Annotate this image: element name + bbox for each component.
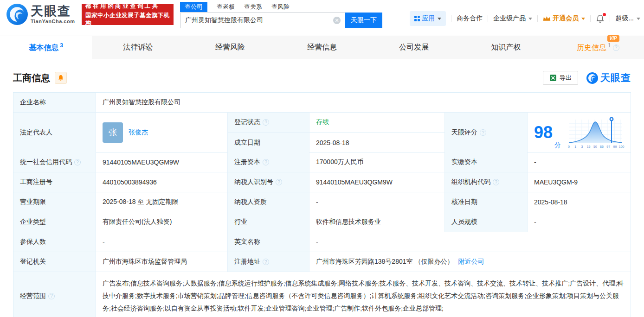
svg-text:99: 99 xyxy=(613,145,617,148)
staff-size-label: 人员规模 xyxy=(445,212,528,232)
search-tab-risk[interactable]: 查风险 xyxy=(271,2,290,12)
help-icon[interactable]: ? xyxy=(263,259,269,265)
logo-domain-text: TianYanCha.com xyxy=(31,19,75,24)
business-info-table: 企业名称 广州灵知智慧控股有限公司 法定代表人 张 张俊杰 登记状态 ? 存续 … xyxy=(13,92,631,317)
tab-basic-info-count: 3 xyxy=(60,42,63,49)
slogan-banner: 都在用的商业查询工具 国家中小企业发展子基金旗下机构 xyxy=(82,4,174,25)
score-axis: 0131550859799100 xyxy=(568,145,624,148)
export-button[interactable]: 导出 xyxy=(543,71,578,85)
legal-rep-link[interactable]: 张俊杰 xyxy=(129,128,148,137)
status-date-subtable: 登记状态 ? 存续 成立日期 2025-08-18 xyxy=(228,113,445,153)
search-tab-company[interactable]: 查公司 xyxy=(180,2,207,12)
search-tabs: 查公司 查老板 查关系 查风险 xyxy=(180,1,382,12)
company-type-label: 企业类型 xyxy=(13,212,96,232)
insured-count-value: - xyxy=(96,232,228,252)
industry-value: 软件和信息技术服务业 xyxy=(309,212,445,232)
slogan-line2: 国家中小企业发展子基金旗下机构 xyxy=(85,12,170,27)
legal-rep-label: 法定代表人 xyxy=(13,113,96,153)
help-icon[interactable]: ? xyxy=(263,159,269,165)
subscribe-bell-button[interactable] xyxy=(55,72,67,84)
table-row: 企业类型 有限责任公司(法人独资) 行业 软件和信息技术服务业 人员规模 - xyxy=(13,212,631,232)
help-icon[interactable]: ? xyxy=(493,179,499,185)
help-icon[interactable]: ? xyxy=(74,159,81,165)
watermark-logo: 天眼查 xyxy=(586,71,631,84)
watermark-logo-text: 天眼查 xyxy=(600,71,631,84)
top-header: 天眼查 TianYanCha.com 都在用的商业查询工具 国家中小企业发展子基… xyxy=(0,0,644,30)
svg-text:85: 85 xyxy=(600,145,604,148)
legal-rep-value: 张 张俊杰 xyxy=(96,113,228,153)
reg-number-value: 440105003894936 xyxy=(96,172,228,192)
tab-company-development[interactable]: 公司发展 xyxy=(368,36,460,59)
score-unit: 分 xyxy=(554,141,561,150)
nav-enterprise-products[interactable]: 企业级产品 xyxy=(493,14,532,23)
tab-intellectual-property[interactable]: 知识产权 xyxy=(460,36,552,59)
tab-legal-litigation[interactable]: 法律诉讼 xyxy=(92,36,184,59)
clear-search-icon[interactable]: ✕ xyxy=(333,17,341,24)
help-icon[interactable]: ? xyxy=(48,293,55,299)
taxpayer-quality-value: - xyxy=(309,192,445,212)
taxpayer-quality-label: 纳税人资质 xyxy=(228,192,309,212)
status-badge: 存续 xyxy=(316,118,329,127)
tianyancha-logo-icon xyxy=(586,72,598,84)
notification-dot xyxy=(603,13,606,16)
search-tab-relation[interactable]: 查关系 xyxy=(244,2,262,12)
svg-text:100: 100 xyxy=(619,145,625,148)
help-icon[interactable]: ? xyxy=(480,129,486,136)
avatar[interactable]: 张 xyxy=(103,122,123,143)
reg-address-label: 注册地址 ? xyxy=(228,252,309,272)
help-icon[interactable]: ? xyxy=(276,179,282,185)
search-button[interactable]: 天眼一下 xyxy=(345,13,382,28)
tianyancha-logo-icon xyxy=(6,4,28,25)
company-tab-bar: 基本信息3 法律诉讼 经营风险 经营信息 公司发展 知识产权 历史信息1 VIP… xyxy=(0,36,644,59)
svg-text:15: 15 xyxy=(587,145,591,148)
chevron-down-icon xyxy=(637,18,640,20)
vip-badge: VIP xyxy=(607,35,619,42)
tab-basic-info[interactable]: 基本信息3 xyxy=(0,36,92,59)
site-logo[interactable]: 天眼查 TianYanCha.com xyxy=(6,4,75,25)
divider xyxy=(488,15,488,22)
chevron-down-icon xyxy=(581,18,585,20)
nav-apps-label: 应用 xyxy=(422,14,435,23)
help-icon[interactable]: ? xyxy=(613,44,619,51)
reg-status-value: 存续 xyxy=(309,113,444,133)
table-row: 经营范围 ? 广告发布;信息技术咨询服务;大数据服务;信息系统运行维护服务;信息… xyxy=(13,272,631,317)
staff-size-value: - xyxy=(528,212,631,232)
reg-status-label: 登记状态 ? xyxy=(228,113,309,133)
help-icon[interactable]: ? xyxy=(263,119,269,126)
taxpayer-id-label: 纳税人识别号 ? xyxy=(228,172,309,192)
table-row: 统一社会信用代码 ? 91440105MAEU3QGM9W 注册资本 ? 170… xyxy=(13,152,631,172)
svg-text:0: 0 xyxy=(568,145,570,148)
export-label: 导出 xyxy=(560,74,572,82)
nav-cooperation-label: 商务合作 xyxy=(457,14,483,23)
svg-text:1: 1 xyxy=(574,145,576,148)
tab-operation-info[interactable]: 经营信息 xyxy=(276,36,368,59)
company-name-label: 企业名称 xyxy=(13,93,96,113)
reg-address-value: 广州市海珠区芳园路138号2801室 （仅限办公） 附近公司 xyxy=(309,252,631,272)
paid-capital-label: 实缴资本 xyxy=(445,152,528,172)
approval-date-value: 2025-08-18 xyxy=(528,192,631,212)
search-tab-boss[interactable]: 查老板 xyxy=(217,2,235,12)
divider xyxy=(537,15,538,22)
english-name-label: 英文名称 xyxy=(228,232,309,252)
search-input[interactable] xyxy=(180,13,345,28)
tab-operation-risk[interactable]: 经营风险 xyxy=(184,36,276,59)
tab-history-label: 历史信息 xyxy=(577,44,606,51)
svg-text:50: 50 xyxy=(593,145,597,148)
nav-apps[interactable]: 应用 xyxy=(410,11,446,26)
nav-cooperation[interactable]: 商务合作 xyxy=(457,14,483,23)
excel-icon xyxy=(549,74,557,82)
nearby-companies-link[interactable]: 附近公司 xyxy=(458,258,484,266)
notification-bell[interactable] xyxy=(596,14,605,23)
nav-open-member[interactable]: 开通会员 xyxy=(543,14,585,23)
bell-icon xyxy=(58,75,64,81)
tab-basic-info-label: 基本信息 xyxy=(29,44,58,51)
table-row: 营业期限 2025-08-18 至 无固定期限 纳税人资质 - 核准日期 202… xyxy=(13,192,631,212)
score-value: 98 分 0131550859799100 xyxy=(528,113,631,153)
nav-member-label: 开通会员 xyxy=(553,14,579,23)
credit-code-value: 91440105MAEU3QGM9W xyxy=(96,152,228,172)
svg-text:97: 97 xyxy=(606,145,610,148)
tab-history-info[interactable]: 历史信息1 VIP ? xyxy=(552,36,644,59)
company-type-value: 有限责任公司(法人独资) xyxy=(96,212,228,232)
section-header: 工商信息 导出 天眼查 xyxy=(13,71,631,85)
nav-user-account[interactable]: 超级... xyxy=(615,14,640,23)
